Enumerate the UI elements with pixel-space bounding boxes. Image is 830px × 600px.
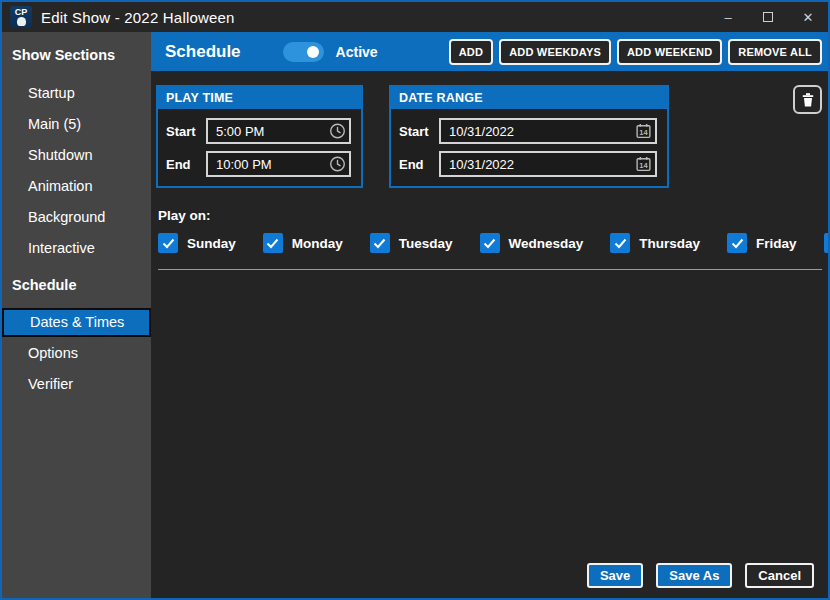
check-icon [266, 238, 279, 249]
sidebar-item-verifier[interactable]: Verifier [2, 369, 151, 400]
delete-entry-button[interactable] [793, 85, 822, 114]
checkbox-friday[interactable] [727, 233, 747, 253]
sidebar-section-schedule: Schedule [2, 274, 151, 296]
edit-show-window: CP Edit Show - 2022 Halloween – ✕ Show S… [0, 0, 830, 600]
day-sunday[interactable]: Sunday [158, 233, 236, 253]
remove-all-button[interactable]: REMOVE ALL [728, 39, 822, 65]
check-icon [483, 238, 496, 249]
checkbox-wednesday[interactable] [480, 233, 500, 253]
svg-text:14: 14 [639, 128, 648, 137]
bulb-icon [17, 17, 26, 26]
sidebar-item-animation[interactable]: Animation [2, 171, 151, 202]
calendar-icon[interactable]: 14 [635, 123, 652, 140]
header-button-group: ADD ADD WEEKDAYS ADD WEEKEND REMOVE ALL [449, 39, 822, 65]
sidebar-item-startup[interactable]: Startup [2, 78, 151, 109]
checkbox-sunday[interactable] [158, 233, 178, 253]
day-friday[interactable]: Friday [727, 233, 797, 253]
sidebar-item-interactive[interactable]: Interactive [2, 233, 151, 264]
clock-icon[interactable] [329, 156, 346, 173]
toggle-knob-icon [307, 46, 319, 58]
day-wednesday[interactable]: Wednesday [480, 233, 584, 253]
play-time-start-label: Start [166, 124, 206, 139]
day-label: Sunday [187, 236, 236, 251]
day-monday[interactable]: Monday [263, 233, 343, 253]
checkbox-saturday[interactable] [824, 233, 830, 253]
check-icon [373, 238, 386, 249]
add-weekend-button[interactable]: ADD WEEKEND [617, 39, 722, 65]
clock-icon[interactable] [329, 123, 346, 140]
app-logo-text: CP [15, 7, 28, 17]
add-weekdays-button[interactable]: ADD WEEKDAYS [499, 39, 611, 65]
sidebar-item-shutdown[interactable]: Shutdown [2, 140, 151, 171]
checkbox-thursday[interactable] [610, 233, 630, 253]
minimize-icon: – [724, 10, 731, 25]
schedule-header-bar: Schedule Active ADD ADD WEEKDAYS ADD WEE… [151, 32, 828, 71]
save-as-button[interactable]: Save As [656, 563, 732, 588]
sidebar-item-dates-and-times[interactable]: Dates & Times [2, 308, 151, 337]
window-title: Edit Show - 2022 Halloween [41, 9, 235, 26]
trash-icon [800, 92, 816, 108]
svg-text:14: 14 [639, 161, 648, 170]
play-time-panel: PLAY TIME Start End [156, 85, 363, 188]
check-icon [162, 238, 175, 249]
sidebar: Show Sections Startup Main (5) Shutdown … [2, 32, 151, 598]
date-range-panel: DATE RANGE Start 14 End [389, 85, 669, 188]
page-title: Schedule [165, 42, 241, 62]
minimize-button[interactable]: – [708, 2, 748, 32]
footer-button-group: Save Save As Cancel [156, 563, 822, 588]
play-on-label: Play on: [158, 208, 822, 223]
app-logo-icon: CP [10, 6, 32, 28]
date-range-start-input[interactable] [439, 118, 657, 144]
day-label: Monday [292, 236, 343, 251]
cancel-button[interactable]: Cancel [745, 563, 814, 588]
date-range-end-label: End [399, 157, 439, 172]
sidebar-item-background[interactable]: Background [2, 202, 151, 233]
maximize-icon [763, 12, 773, 22]
day-label: Wednesday [509, 236, 584, 251]
save-button[interactable]: Save [587, 563, 643, 588]
play-time-end-label: End [166, 157, 206, 172]
day-tuesday[interactable]: Tuesday [370, 233, 453, 253]
check-icon [614, 238, 627, 249]
checkbox-monday[interactable] [263, 233, 283, 253]
schedule-content: PLAY TIME Start End [151, 71, 828, 598]
sidebar-item-options[interactable]: Options [2, 338, 151, 369]
close-icon: ✕ [803, 10, 814, 25]
play-time-panel-title: PLAY TIME [158, 87, 361, 109]
day-label: Thursday [639, 236, 700, 251]
active-toggle[interactable] [283, 42, 324, 62]
active-toggle-label: Active [336, 44, 378, 60]
window-controls: – ✕ [708, 2, 828, 32]
day-saturday[interactable]: Saturday [824, 233, 830, 253]
checkbox-tuesday[interactable] [370, 233, 390, 253]
sidebar-section-show-sections: Show Sections [2, 44, 151, 66]
title-bar: CP Edit Show - 2022 Halloween – ✕ [2, 2, 828, 32]
main-area: Schedule Active ADD ADD WEEKDAYS ADD WEE… [151, 32, 828, 598]
close-button[interactable]: ✕ [788, 2, 828, 32]
check-icon [731, 238, 744, 249]
calendar-icon[interactable]: 14 [635, 156, 652, 173]
date-range-end-input[interactable] [439, 151, 657, 177]
maximize-button[interactable] [748, 2, 788, 32]
day-label: Friday [756, 236, 797, 251]
day-thursday[interactable]: Thursday [610, 233, 700, 253]
date-range-start-label: Start [399, 124, 439, 139]
play-on-days: Sunday Monday Tuesday Wednesday [158, 233, 822, 253]
day-label: Tuesday [399, 236, 453, 251]
add-button[interactable]: ADD [449, 39, 493, 65]
divider [158, 269, 822, 270]
date-range-panel-title: DATE RANGE [391, 87, 667, 109]
sidebar-item-main[interactable]: Main (5) [2, 109, 151, 140]
